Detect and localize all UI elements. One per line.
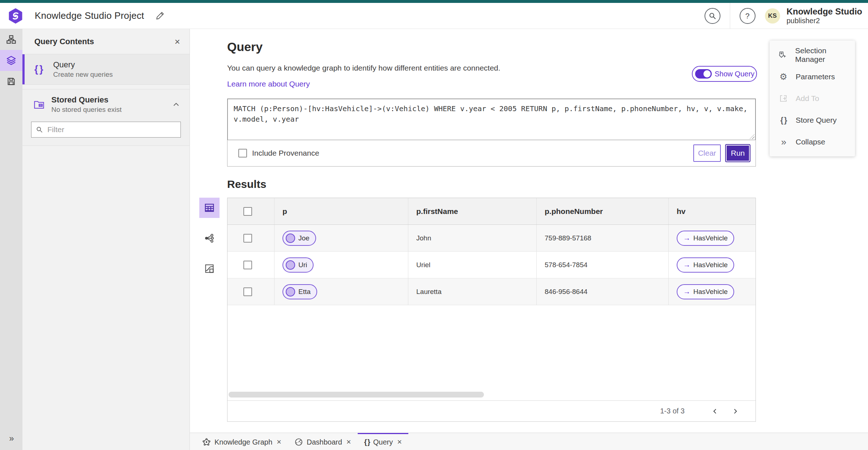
next-page-button[interactable] bbox=[728, 404, 743, 419]
graph-view-button[interactable] bbox=[199, 228, 220, 248]
add-to-icon bbox=[778, 94, 788, 103]
node-chip[interactable]: Uri bbox=[282, 257, 314, 273]
cell-phonenumber: 846-956-8644 bbox=[537, 278, 669, 305]
node-chip[interactable]: Etta bbox=[282, 284, 317, 299]
gear-icon: ⚙ bbox=[778, 72, 788, 82]
stored-queries-label: Stored Queries bbox=[51, 95, 122, 105]
pagination-label: 1-3 of 3 bbox=[660, 407, 685, 415]
edit-title-icon[interactable] bbox=[155, 11, 165, 21]
app-header: Knowledge Studio Project ? KS Knowledge … bbox=[0, 3, 868, 29]
query-textarea[interactable]: MATCH (p:Person)-[hv:HasVehicle]->(v:Veh… bbox=[227, 99, 756, 140]
node-icon bbox=[286, 287, 295, 297]
app-logo-icon bbox=[8, 8, 23, 24]
graph-icon bbox=[204, 233, 214, 243]
close-tab-icon[interactable]: × bbox=[277, 437, 281, 447]
edge-chip[interactable]: → HasVehicle bbox=[677, 257, 734, 273]
help-button[interactable]: ? bbox=[740, 8, 756, 24]
sidebar-item-hierarchy[interactable] bbox=[0, 29, 22, 50]
show-query-toggle[interactable]: Show Query bbox=[692, 66, 757, 82]
page-description: You can query a knowledge graph to ident… bbox=[227, 64, 500, 72]
menu-item-store-query[interactable]: { } Store Query bbox=[770, 109, 855, 131]
arrow-right-icon: → bbox=[683, 234, 690, 242]
map-icon bbox=[204, 264, 214, 274]
query-item-label: Query bbox=[53, 60, 113, 70]
cell-firstname: John bbox=[408, 225, 537, 251]
product-name: Knowledge Studio bbox=[787, 7, 862, 17]
horizontal-scrollbar-thumb[interactable] bbox=[229, 392, 484, 398]
project-title: Knowledge Studio Project bbox=[35, 10, 144, 21]
filter-input[interactable] bbox=[47, 125, 176, 134]
column-header-firstname[interactable]: p.firstName bbox=[408, 198, 537, 224]
braces-icon: { } bbox=[778, 115, 788, 125]
column-header-phonenumber[interactable]: p.phoneNumber bbox=[537, 198, 669, 224]
menu-item-collapse[interactable]: » Collapse bbox=[770, 131, 855, 153]
cell-phonenumber: 759-889-57168 bbox=[537, 225, 669, 251]
stored-queries-header[interactable]: Stored Queries No stored queries exist bbox=[22, 95, 190, 114]
close-panel-icon[interactable]: × bbox=[175, 37, 180, 46]
results-table: p p.firstName p.phoneNumber hv Joe John … bbox=[227, 198, 756, 422]
edge-chip[interactable]: → HasVehicle bbox=[677, 284, 734, 299]
cell-firstname: Uriel bbox=[408, 252, 537, 278]
chevron-right-icon bbox=[732, 408, 739, 415]
run-button[interactable]: Run bbox=[726, 145, 750, 161]
filter-field[interactable] bbox=[31, 122, 181, 138]
panel-item-query[interactable]: { } Query Create new queries bbox=[22, 54, 190, 85]
header-divider bbox=[730, 3, 730, 29]
cell-firstname: Lauretta bbox=[408, 278, 537, 305]
resize-grip-icon[interactable] bbox=[749, 134, 754, 139]
left-icon-rail: » bbox=[0, 29, 22, 450]
panel-title: Query Contents bbox=[34, 37, 94, 46]
search-button[interactable] bbox=[705, 8, 720, 24]
search-icon bbox=[36, 126, 43, 133]
edge-chip[interactable]: → HasVehicle bbox=[677, 231, 734, 246]
column-header-p[interactable]: p bbox=[275, 198, 408, 224]
braces-icon: { } bbox=[34, 64, 53, 75]
question-icon: ? bbox=[745, 12, 750, 20]
tab-query[interactable]: { } Query × bbox=[358, 433, 408, 450]
username: publisher2 bbox=[787, 17, 862, 25]
node-chip[interactable]: Joe bbox=[282, 231, 316, 246]
learn-more-link[interactable]: Learn more about Query bbox=[227, 80, 310, 88]
user-block: Knowledge Studio publisher2 bbox=[787, 7, 862, 25]
clear-button[interactable]: Clear bbox=[693, 144, 721, 162]
map-view-button[interactable] bbox=[199, 258, 220, 279]
row-checkbox[interactable] bbox=[243, 287, 252, 296]
results-view-switcher bbox=[199, 198, 220, 289]
sidebar-item-save[interactable] bbox=[0, 71, 22, 92]
menu-item-selection-manager[interactable]: Selection Manager bbox=[770, 44, 855, 66]
previous-page-button[interactable] bbox=[708, 404, 722, 419]
column-header-hv[interactable]: hv bbox=[669, 198, 756, 224]
node-icon bbox=[286, 260, 295, 270]
menu-item-add-to: Add To bbox=[770, 88, 855, 109]
chevron-up-icon[interactable] bbox=[172, 101, 180, 109]
close-tab-icon[interactable]: × bbox=[397, 437, 402, 447]
expand-rail-button[interactable]: » bbox=[0, 433, 22, 443]
menu-item-parameters[interactable]: ⚙ Parameters bbox=[770, 66, 855, 88]
select-all-checkbox[interactable] bbox=[243, 207, 252, 216]
sidebar-item-layers[interactable] bbox=[0, 50, 22, 71]
query-editor-panel: MATCH (p:Person)-[hv:HasVehicle]->(v:Veh… bbox=[227, 98, 756, 167]
tab-knowledge-graph[interactable]: Knowledge Graph × bbox=[196, 433, 288, 450]
show-query-label: Show Query bbox=[715, 70, 754, 78]
query-item-description: Create new queries bbox=[53, 71, 113, 79]
table-row: Uri Uriel 578-654-7854 → HasVehicle bbox=[227, 252, 756, 278]
dashboard-icon bbox=[294, 438, 303, 446]
cell-phonenumber: 578-654-7854 bbox=[537, 252, 669, 278]
avatar[interactable]: KS bbox=[765, 8, 780, 24]
table-icon bbox=[204, 202, 215, 213]
arrow-right-icon: → bbox=[683, 287, 690, 296]
query-tools-menu: Selection Manager ⚙ Parameters Add To { … bbox=[770, 41, 855, 156]
close-tab-icon[interactable]: × bbox=[346, 437, 351, 447]
row-checkbox[interactable] bbox=[243, 261, 252, 269]
knowledge-graph-icon bbox=[202, 438, 211, 446]
arrow-right-icon: → bbox=[683, 261, 690, 269]
hierarchy-icon bbox=[6, 34, 16, 45]
node-icon bbox=[286, 234, 295, 243]
double-chevron-icon: » bbox=[778, 136, 788, 148]
row-checkbox[interactable] bbox=[243, 234, 252, 243]
table-view-button[interactable] bbox=[199, 198, 220, 218]
include-provenance-checkbox[interactable] bbox=[238, 149, 247, 157]
include-provenance-label: Include Provenance bbox=[252, 149, 319, 157]
tab-dashboard[interactable]: Dashboard × bbox=[288, 433, 358, 450]
folder-icon bbox=[33, 99, 45, 110]
